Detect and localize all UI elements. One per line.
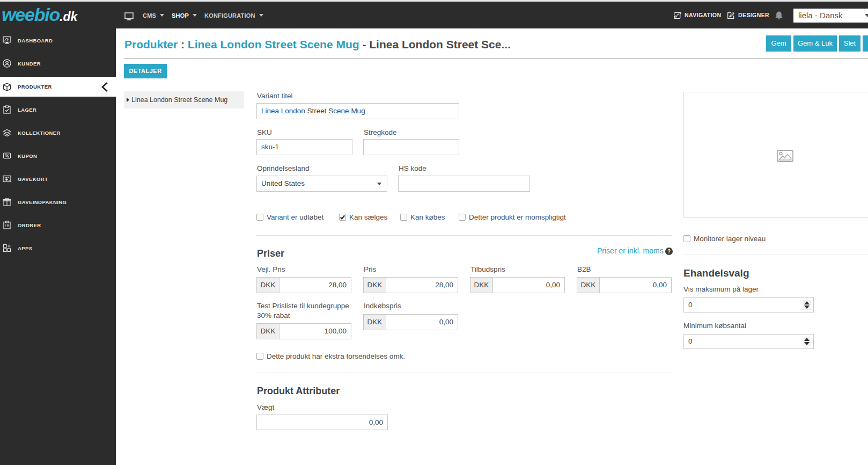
svg-text:?: ? xyxy=(667,249,671,255)
